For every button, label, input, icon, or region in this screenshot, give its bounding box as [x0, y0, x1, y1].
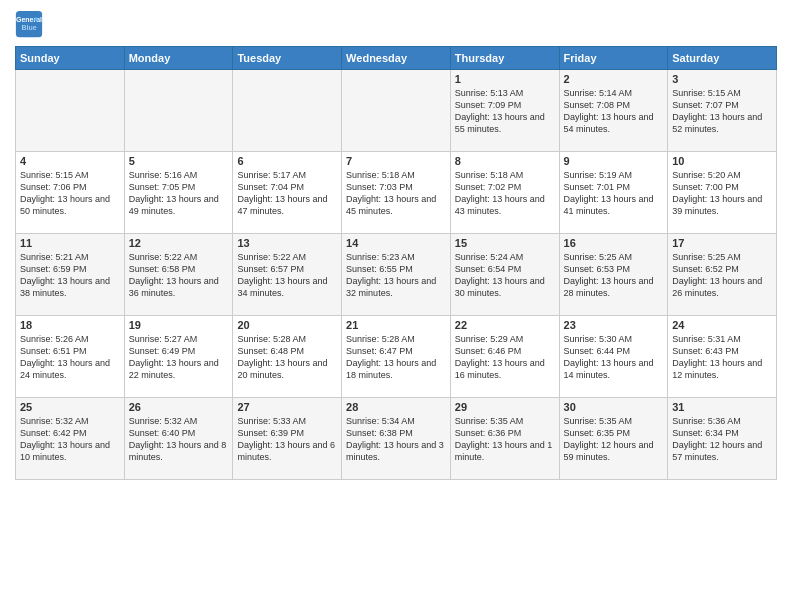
weekday-header-monday: Monday: [124, 47, 233, 70]
calendar-cell: 27Sunrise: 5:33 AM Sunset: 6:39 PM Dayli…: [233, 398, 342, 480]
day-number: 31: [672, 401, 772, 413]
calendar-cell: 2Sunrise: 5:14 AM Sunset: 7:08 PM Daylig…: [559, 70, 668, 152]
logo: General Blue: [15, 10, 47, 38]
calendar-cell: 23Sunrise: 5:30 AM Sunset: 6:44 PM Dayli…: [559, 316, 668, 398]
weekday-header-sunday: Sunday: [16, 47, 125, 70]
calendar-cell: 21Sunrise: 5:28 AM Sunset: 6:47 PM Dayli…: [342, 316, 451, 398]
day-number: 17: [672, 237, 772, 249]
weekday-header-friday: Friday: [559, 47, 668, 70]
day-number: 10: [672, 155, 772, 167]
day-number: 24: [672, 319, 772, 331]
calendar-cell: 15Sunrise: 5:24 AM Sunset: 6:54 PM Dayli…: [450, 234, 559, 316]
day-number: 21: [346, 319, 446, 331]
week-row-3: 11Sunrise: 5:21 AM Sunset: 6:59 PM Dayli…: [16, 234, 777, 316]
week-row-2: 4Sunrise: 5:15 AM Sunset: 7:06 PM Daylig…: [16, 152, 777, 234]
calendar-cell: 20Sunrise: 5:28 AM Sunset: 6:48 PM Dayli…: [233, 316, 342, 398]
week-row-1: 1Sunrise: 5:13 AM Sunset: 7:09 PM Daylig…: [16, 70, 777, 152]
calendar-table: SundayMondayTuesdayWednesdayThursdayFrid…: [15, 46, 777, 480]
day-info: Sunrise: 5:21 AM Sunset: 6:59 PM Dayligh…: [20, 251, 120, 300]
calendar-cell: [342, 70, 451, 152]
day-number: 5: [129, 155, 229, 167]
week-row-4: 18Sunrise: 5:26 AM Sunset: 6:51 PM Dayli…: [16, 316, 777, 398]
calendar-cell: [16, 70, 125, 152]
day-info: Sunrise: 5:27 AM Sunset: 6:49 PM Dayligh…: [129, 333, 229, 382]
weekday-header-wednesday: Wednesday: [342, 47, 451, 70]
calendar-cell: 7Sunrise: 5:18 AM Sunset: 7:03 PM Daylig…: [342, 152, 451, 234]
page-container: General Blue SundayMondayTuesdayWednesda…: [0, 0, 792, 612]
day-info: Sunrise: 5:22 AM Sunset: 6:58 PM Dayligh…: [129, 251, 229, 300]
day-number: 19: [129, 319, 229, 331]
day-info: Sunrise: 5:17 AM Sunset: 7:04 PM Dayligh…: [237, 169, 337, 218]
day-number: 27: [237, 401, 337, 413]
logo-icon: General Blue: [15, 10, 43, 38]
calendar-cell: 1Sunrise: 5:13 AM Sunset: 7:09 PM Daylig…: [450, 70, 559, 152]
day-info: Sunrise: 5:31 AM Sunset: 6:43 PM Dayligh…: [672, 333, 772, 382]
calendar-cell: 16Sunrise: 5:25 AM Sunset: 6:53 PM Dayli…: [559, 234, 668, 316]
day-number: 11: [20, 237, 120, 249]
calendar-cell: 31Sunrise: 5:36 AM Sunset: 6:34 PM Dayli…: [668, 398, 777, 480]
calendar-cell: 5Sunrise: 5:16 AM Sunset: 7:05 PM Daylig…: [124, 152, 233, 234]
day-number: 16: [564, 237, 664, 249]
day-number: 22: [455, 319, 555, 331]
day-number: 28: [346, 401, 446, 413]
day-info: Sunrise: 5:20 AM Sunset: 7:00 PM Dayligh…: [672, 169, 772, 218]
day-info: Sunrise: 5:29 AM Sunset: 6:46 PM Dayligh…: [455, 333, 555, 382]
day-number: 2: [564, 73, 664, 85]
day-info: Sunrise: 5:32 AM Sunset: 6:40 PM Dayligh…: [129, 415, 229, 464]
day-number: 3: [672, 73, 772, 85]
day-info: Sunrise: 5:36 AM Sunset: 6:34 PM Dayligh…: [672, 415, 772, 464]
day-info: Sunrise: 5:15 AM Sunset: 7:07 PM Dayligh…: [672, 87, 772, 136]
day-number: 14: [346, 237, 446, 249]
calendar-cell: 8Sunrise: 5:18 AM Sunset: 7:02 PM Daylig…: [450, 152, 559, 234]
day-number: 26: [129, 401, 229, 413]
day-info: Sunrise: 5:35 AM Sunset: 6:35 PM Dayligh…: [564, 415, 664, 464]
day-info: Sunrise: 5:13 AM Sunset: 7:09 PM Dayligh…: [455, 87, 555, 136]
day-number: 12: [129, 237, 229, 249]
day-number: 6: [237, 155, 337, 167]
day-number: 29: [455, 401, 555, 413]
calendar-cell: 6Sunrise: 5:17 AM Sunset: 7:04 PM Daylig…: [233, 152, 342, 234]
day-number: 15: [455, 237, 555, 249]
day-number: 30: [564, 401, 664, 413]
calendar-cell: 13Sunrise: 5:22 AM Sunset: 6:57 PM Dayli…: [233, 234, 342, 316]
calendar-cell: 26Sunrise: 5:32 AM Sunset: 6:40 PM Dayli…: [124, 398, 233, 480]
calendar-cell: 14Sunrise: 5:23 AM Sunset: 6:55 PM Dayli…: [342, 234, 451, 316]
calendar-cell: 24Sunrise: 5:31 AM Sunset: 6:43 PM Dayli…: [668, 316, 777, 398]
calendar-cell: 3Sunrise: 5:15 AM Sunset: 7:07 PM Daylig…: [668, 70, 777, 152]
day-number: 4: [20, 155, 120, 167]
day-number: 18: [20, 319, 120, 331]
calendar-cell: 10Sunrise: 5:20 AM Sunset: 7:00 PM Dayli…: [668, 152, 777, 234]
day-info: Sunrise: 5:18 AM Sunset: 7:02 PM Dayligh…: [455, 169, 555, 218]
day-number: 8: [455, 155, 555, 167]
calendar-cell: 30Sunrise: 5:35 AM Sunset: 6:35 PM Dayli…: [559, 398, 668, 480]
day-info: Sunrise: 5:28 AM Sunset: 6:47 PM Dayligh…: [346, 333, 446, 382]
day-info: Sunrise: 5:34 AM Sunset: 6:38 PM Dayligh…: [346, 415, 446, 464]
svg-text:Blue: Blue: [21, 24, 36, 31]
calendar-cell: 17Sunrise: 5:25 AM Sunset: 6:52 PM Dayli…: [668, 234, 777, 316]
day-info: Sunrise: 5:18 AM Sunset: 7:03 PM Dayligh…: [346, 169, 446, 218]
day-info: Sunrise: 5:16 AM Sunset: 7:05 PM Dayligh…: [129, 169, 229, 218]
day-number: 9: [564, 155, 664, 167]
day-info: Sunrise: 5:28 AM Sunset: 6:48 PM Dayligh…: [237, 333, 337, 382]
calendar-cell: 4Sunrise: 5:15 AM Sunset: 7:06 PM Daylig…: [16, 152, 125, 234]
calendar-cell: 28Sunrise: 5:34 AM Sunset: 6:38 PM Dayli…: [342, 398, 451, 480]
calendar-cell: 12Sunrise: 5:22 AM Sunset: 6:58 PM Dayli…: [124, 234, 233, 316]
weekday-header-saturday: Saturday: [668, 47, 777, 70]
calendar-cell: [233, 70, 342, 152]
day-info: Sunrise: 5:32 AM Sunset: 6:42 PM Dayligh…: [20, 415, 120, 464]
day-info: Sunrise: 5:35 AM Sunset: 6:36 PM Dayligh…: [455, 415, 555, 464]
week-row-5: 25Sunrise: 5:32 AM Sunset: 6:42 PM Dayli…: [16, 398, 777, 480]
calendar-header: SundayMondayTuesdayWednesdayThursdayFrid…: [16, 47, 777, 70]
weekday-row: SundayMondayTuesdayWednesdayThursdayFrid…: [16, 47, 777, 70]
day-number: 25: [20, 401, 120, 413]
calendar-cell: 18Sunrise: 5:26 AM Sunset: 6:51 PM Dayli…: [16, 316, 125, 398]
day-number: 20: [237, 319, 337, 331]
day-number: 23: [564, 319, 664, 331]
weekday-header-thursday: Thursday: [450, 47, 559, 70]
day-info: Sunrise: 5:24 AM Sunset: 6:54 PM Dayligh…: [455, 251, 555, 300]
day-info: Sunrise: 5:22 AM Sunset: 6:57 PM Dayligh…: [237, 251, 337, 300]
day-info: Sunrise: 5:25 AM Sunset: 6:52 PM Dayligh…: [672, 251, 772, 300]
day-number: 1: [455, 73, 555, 85]
calendar-cell: 25Sunrise: 5:32 AM Sunset: 6:42 PM Dayli…: [16, 398, 125, 480]
day-info: Sunrise: 5:23 AM Sunset: 6:55 PM Dayligh…: [346, 251, 446, 300]
